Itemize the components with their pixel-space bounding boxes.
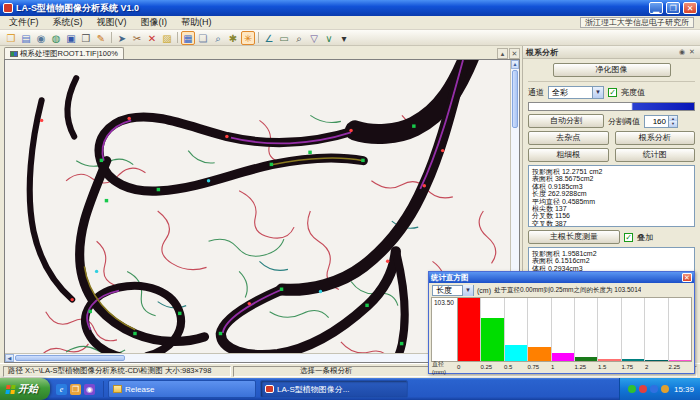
ie-icon[interactable]: e xyxy=(56,384,67,395)
settings-gear-icon[interactable]: ✱ xyxy=(226,31,240,45)
x-tick-label: 2.25 xyxy=(669,364,693,370)
more-tools-icon[interactable]: ▾ xyxy=(337,31,351,45)
panel-close-icon[interactable]: ✕ xyxy=(687,48,697,56)
show-desktop-icon[interactable]: ❐ xyxy=(70,384,81,395)
metric-select[interactable]: 长度 ▼ xyxy=(432,285,474,296)
pin-icon[interactable]: ◉ xyxy=(677,48,687,56)
tray-volume-icon[interactable] xyxy=(661,385,669,393)
edit-pencil-icon[interactable]: ✎ xyxy=(94,31,108,45)
hist-cell xyxy=(575,298,598,361)
hist-bar xyxy=(481,318,503,361)
document-tab-strip: 根系处理图ROOT1.TIF|100% ▴ ✕ xyxy=(4,46,520,59)
hist-bar xyxy=(528,347,550,361)
save-icon[interactable]: ▣ xyxy=(64,31,78,45)
hist-bar xyxy=(645,360,667,361)
fill-icon[interactable]: ▨ xyxy=(160,31,174,45)
menu-view[interactable]: 视图(V) xyxy=(90,16,134,29)
hist-cell xyxy=(669,298,691,361)
start-button[interactable]: 开始 xyxy=(0,378,50,400)
vertical-scroll-thumb[interactable] xyxy=(512,70,518,128)
luminance-checkbox[interactable]: ✓ xyxy=(608,88,617,97)
x-tick-label: 0.5 xyxy=(504,364,528,370)
hist-bar xyxy=(622,359,644,361)
rect-tool-icon[interactable]: ▭ xyxy=(277,31,291,45)
threshold-value: 160 xyxy=(645,116,668,127)
x-tick-label: 0.25 xyxy=(481,364,505,370)
tray-alert-icon[interactable] xyxy=(639,385,647,393)
x-tick-label: 1 xyxy=(551,364,575,370)
separator xyxy=(528,81,695,82)
menu-file[interactable]: 文件(F) xyxy=(2,16,46,29)
chevron-down-icon[interactable]: ▼ xyxy=(592,87,603,98)
tray-shield-icon[interactable] xyxy=(628,385,636,393)
menu-image[interactable]: 图像(I) xyxy=(134,16,175,29)
statistics-chart-button[interactable]: 统计图 xyxy=(615,148,696,162)
polygon-tool-icon[interactable]: ▽ xyxy=(307,31,321,45)
toolbar: ❐▤◉◍▣❒✎➤✂✕▨▦❏⌕✱✳∠▭⌕▽∨▾ xyxy=(0,30,700,46)
horizontal-scroll-thumb[interactable] xyxy=(15,355,125,361)
x-tick-label: 0 xyxy=(457,364,481,370)
open-image-icon[interactable]: ❐ xyxy=(4,31,18,45)
histogram-toolbar: 长度 ▼ (cm) 处于直径0.00mm到0.25mm之间的长度为 103.50… xyxy=(429,283,694,297)
spin-down-icon[interactable]: ▼ xyxy=(668,121,677,127)
purify-image-button[interactable]: 净化图像 xyxy=(553,63,671,77)
close-button[interactable]: ✕ xyxy=(683,2,697,14)
media-player-icon[interactable]: ◉ xyxy=(84,384,95,395)
scan-icon[interactable]: ▤ xyxy=(19,31,33,45)
enhance-icon[interactable]: ✳ xyxy=(241,31,255,45)
collapse-panel-icon[interactable]: ▴ xyxy=(497,48,508,59)
panel-header: 根系分析 ◉ ✕ xyxy=(523,46,700,59)
chevron-down-icon[interactable]: ▼ xyxy=(462,285,473,296)
print-icon[interactable]: ❒ xyxy=(79,31,93,45)
scroll-left-icon[interactable]: ◀ xyxy=(5,354,14,362)
branch-tool-icon[interactable]: ∨ xyxy=(322,31,336,45)
histogram-close-icon[interactable]: ✕ xyxy=(682,273,692,282)
camera-icon[interactable]: ◉ xyxy=(34,31,48,45)
histogram-chart: 103.50 xyxy=(431,297,692,362)
close-document-icon[interactable]: ✕ xyxy=(509,48,520,59)
menu-system[interactable]: 系统(S) xyxy=(46,16,90,29)
magnifier-icon[interactable]: ⌕ xyxy=(292,31,306,45)
root-analysis-button[interactable]: 根系分析 xyxy=(615,131,696,145)
pointer-icon[interactable]: ➤ xyxy=(115,31,129,45)
maximize-button[interactable]: ❐ xyxy=(666,2,680,14)
task-las-app[interactable]: LA-S型植物图像分... xyxy=(260,380,408,398)
menu-help[interactable]: 帮助(H) xyxy=(174,16,219,29)
denoise-button[interactable]: 去杂点 xyxy=(528,131,609,145)
scroll-up-icon[interactable]: ▲ xyxy=(511,60,519,69)
toolbar-separator xyxy=(111,32,112,43)
zoom-in-icon[interactable]: ⌕ xyxy=(211,31,225,45)
quick-launch: e ❐ ◉ xyxy=(50,378,101,400)
histogram-title-bar[interactable]: 统计直方图 ✕ xyxy=(429,272,694,283)
coarse-fine-button[interactable]: 粗细根 xyxy=(528,148,609,162)
tray-network-icon[interactable] xyxy=(650,385,658,393)
overlay-checkbox[interactable]: ✓ xyxy=(624,233,633,242)
menu-bar: 文件(F) 系统(S) 视图(V) 图像(I) 帮助(H) 浙江理工大学信息电子… xyxy=(0,16,700,30)
windows-logo-icon xyxy=(5,385,15,394)
select-region-icon[interactable]: ▦ xyxy=(181,31,195,45)
overlay-label: 叠加 xyxy=(637,232,653,243)
preview-globe-icon[interactable]: ◍ xyxy=(49,31,63,45)
folder-icon xyxy=(113,385,122,393)
toolbar-separator xyxy=(258,32,259,43)
luminance-label: 亮度值 xyxy=(621,87,645,98)
threshold-gradient-slider[interactable] xyxy=(528,102,695,111)
threshold-spinner[interactable]: 160 ▲▼ xyxy=(644,115,678,128)
minimize-button[interactable]: ▁ xyxy=(649,2,663,14)
start-label: 开始 xyxy=(18,382,38,396)
application-window: LA-S型植物图像分析系统 V1.0 ▁ ❐ ✕ 文件(F) 系统(S) 视图(… xyxy=(0,0,700,400)
document-tab[interactable]: 根系处理图ROOT1.TIF|100% xyxy=(4,47,124,59)
layers-icon[interactable]: ❏ xyxy=(196,31,210,45)
histogram-info-text: 处于直径0.00mm到0.25mm之间的长度为 103.5014 xyxy=(494,286,641,295)
auto-split-button[interactable]: 自动分割 xyxy=(528,114,604,128)
threshold-label: 分割阈值 xyxy=(608,116,640,127)
measure-angle-icon[interactable]: ∠ xyxy=(262,31,276,45)
task-release[interactable]: Release xyxy=(108,380,256,398)
task-release-label: Release xyxy=(125,385,154,394)
channel-select[interactable]: 全彩 ▼ xyxy=(548,86,604,99)
delete-icon[interactable]: ✕ xyxy=(145,31,159,45)
cut-icon[interactable]: ✂ xyxy=(130,31,144,45)
app-task-icon xyxy=(265,385,274,393)
main-root-measure-button[interactable]: 主根长度测量 xyxy=(528,230,620,244)
hist-bar xyxy=(575,357,597,361)
